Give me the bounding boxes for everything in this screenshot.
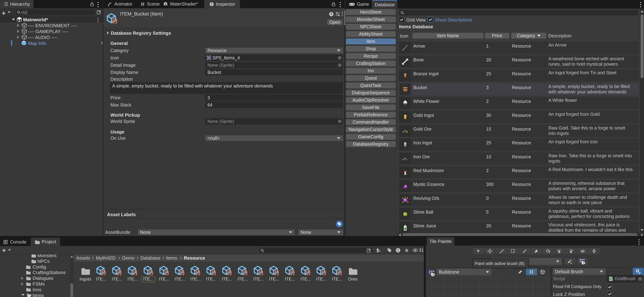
svg-text:?: ? <box>330 12 332 16</box>
